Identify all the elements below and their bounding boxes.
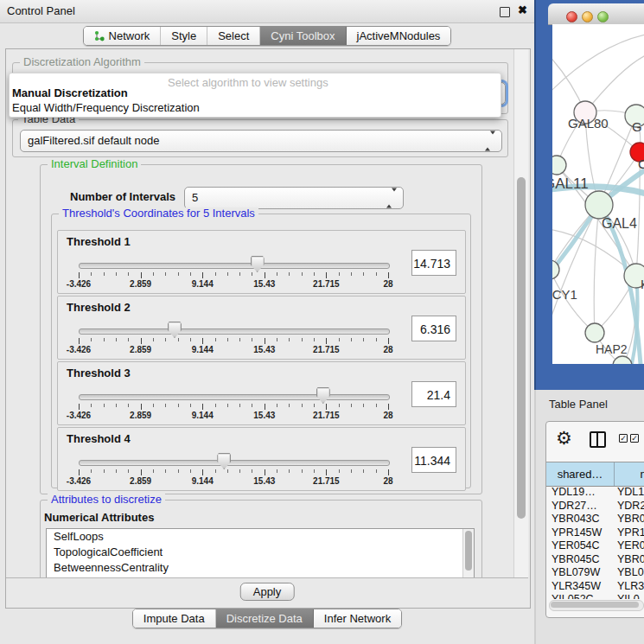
close-traffic-light-icon[interactable] <box>566 11 577 22</box>
algorithm-option-manual-discretization[interactable]: Manual Discretization <box>12 86 128 99</box>
slider-thumb[interactable] <box>168 322 182 338</box>
tab-label: Discretize Data <box>226 612 303 625</box>
cell-shared-name: YLR345W <box>552 580 601 592</box>
attribute-item-betweennesscentrality[interactable]: BetweennessCentrality <box>47 560 474 576</box>
tab-label: Infer Network <box>324 612 391 625</box>
network-node[interactable] <box>585 323 604 342</box>
slider-track[interactable] <box>79 263 390 269</box>
tab-discretize-data[interactable]: Discretize Data <box>216 609 314 628</box>
cell-shared-name: YIL052C <box>552 593 594 599</box>
table-row[interactable]: YDL19…YDL1 <box>546 486 644 500</box>
table-row[interactable]: YER054CYER0 <box>546 539 644 553</box>
num-intervals-value: 5 <box>192 191 198 204</box>
slider-ticks <box>79 338 388 345</box>
algorithm-group-title: Discretization Algorithm <box>20 56 144 68</box>
slider-thumb[interactable] <box>217 453 231 469</box>
tab-style[interactable]: Style <box>161 27 207 45</box>
cell-shared-name: YBR043C <box>552 513 600 525</box>
list-scrollbar-thumb[interactable] <box>465 531 472 571</box>
cell-name: YDR2 <box>617 500 644 512</box>
cell-name: YBR0 <box>617 553 644 565</box>
apply-bar: Apply <box>6 577 528 607</box>
attributes-list[interactable]: SelfLoopsTopologicalCoefficientBetweenne… <box>46 528 475 577</box>
slider-track[interactable] <box>79 394 390 400</box>
threshold-label: Threshold 4 <box>67 432 131 445</box>
network-node[interactable] <box>552 156 566 175</box>
column-header-0[interactable]: shared… <box>546 462 615 486</box>
table-data-group: Table Data galFiltered.sif default node <box>12 119 508 157</box>
bottom-tab-bar: Impute DataDiscretize DataInfer Network <box>0 609 534 628</box>
float-window-icon[interactable] <box>500 7 510 17</box>
network-node-label: GCY1 <box>552 287 577 302</box>
panel-scrollbar[interactable] <box>513 49 528 577</box>
table-header-row: shared…n… <box>546 462 644 487</box>
table-data-combo[interactable]: galFiltered.sif default node <box>20 130 502 152</box>
network-node[interactable] <box>585 191 613 219</box>
network-window-titlebar[interactable] <box>548 3 644 25</box>
thresholds-group: Threshold's Coordinates for 5 Intervals … <box>51 214 471 488</box>
threshold-2-box: Threshold 2-3.4262.8599.14415.4321.71528… <box>57 296 466 360</box>
panel-scrollbar-thumb[interactable] <box>517 177 526 519</box>
tab-jactivemnodules[interactable]: jActiveMNodules <box>347 27 451 45</box>
threshold-1-box: Threshold 1-3.4262.8599.14415.4321.71528… <box>57 230 466 294</box>
tab-network[interactable]: Network <box>84 27 162 45</box>
list-scrollbar[interactable] <box>462 529 474 577</box>
slider-ticks <box>79 469 388 476</box>
table-row[interactable]: YBR043CYBR0 <box>546 513 644 526</box>
network-node[interactable] <box>613 356 632 364</box>
threshold-value-field[interactable]: 11.344 <box>411 447 456 473</box>
tab-infer-network[interactable]: Infer Network <box>314 609 401 628</box>
interval-definition-group: Interval Definition Number of Intervals … <box>40 164 482 494</box>
attribute-item-topologicalcoefficient[interactable]: TopologicalCoefficient <box>47 545 474 560</box>
network-node-label: G <box>632 119 642 134</box>
table-data-value: galFiltered.sif default node <box>28 134 159 147</box>
table-row[interactable]: YLR345WYLR3 <box>546 580 644 594</box>
top-tab-bar: NetworkStyleSelectCyni ToolboxjActiveMNo… <box>0 26 534 46</box>
table-row[interactable]: YDR27…YDR2 <box>546 500 644 513</box>
table-row[interactable]: YBL079WYBL0 <box>546 566 644 580</box>
right-panel: GAL80GCGAL11GAL4GCY1HHAP2 Table Panel ⚙ … <box>534 0 644 644</box>
tab-label: Network <box>109 29 150 42</box>
close-icon[interactable]: ✖ <box>518 3 527 16</box>
threshold-value-field[interactable]: 14.713 <box>411 250 456 276</box>
screen: Control Panel ✖ NetworkStyleSelectCyni T… <box>0 0 644 644</box>
tab-label: Impute Data <box>143 612 205 625</box>
slider-thumb[interactable] <box>251 256 265 272</box>
slider-ticks <box>79 404 388 411</box>
columns-icon[interactable] <box>590 431 606 448</box>
network-node-label: GAL11 <box>552 175 589 192</box>
gear-icon[interactable]: ⚙ <box>556 425 572 451</box>
checkbox-icon[interactable]: ✓ <box>630 434 639 443</box>
table-hscrollbar[interactable] <box>549 600 644 611</box>
attribute-item-selfloops[interactable]: SelfLoops <box>47 529 474 545</box>
table-row[interactable]: YIL052CYIL0 <box>546 593 644 599</box>
table-hscrollbar-thumb[interactable] <box>551 602 639 608</box>
checkbox-icon[interactable]: ✓ <box>619 434 628 443</box>
thresholds-title: Threshold's Coordinates for 5 Intervals <box>59 207 258 220</box>
node-table: ⚙ ✓ ✓ shared…n… YDL19…YDL1YDR27…YDR2YBR0… <box>545 421 644 618</box>
zoom-traffic-light-icon[interactable] <box>597 11 609 22</box>
network-canvas[interactable]: GAL80GCGAL11GAL4GCY1HHAP2 <box>552 24 644 364</box>
combo-spinner-icon <box>485 135 495 148</box>
tab-impute-data[interactable]: Impute Data <box>133 609 216 628</box>
tab-label: Select <box>218 29 249 42</box>
minimize-traffic-light-icon[interactable] <box>582 11 593 22</box>
column-header-1[interactable]: n… <box>615 462 644 486</box>
apply-button[interactable]: Apply <box>240 583 295 601</box>
cell-shared-name: YBL079W <box>552 566 600 578</box>
cell-shared-name: YPR145W <box>552 526 602 539</box>
threshold-value-field[interactable]: 6.316 <box>411 316 456 341</box>
table-row[interactable]: YPR145WYPR1 <box>546 526 644 540</box>
tab-select[interactable]: Select <box>207 27 260 45</box>
slider-track[interactable] <box>79 460 390 466</box>
attributes-title: Attributes to discretize <box>48 494 165 506</box>
tab-cyni-toolbox[interactable]: Cyni Toolbox <box>260 27 346 45</box>
control-panel-titlebar[interactable]: Control Panel ✖ <box>0 0 534 23</box>
threshold-value-field[interactable]: 21.4 <box>411 381 456 407</box>
table-row[interactable]: YBR045CYBR0 <box>546 553 644 567</box>
algorithm-option-equal-width-frequency-discretization[interactable]: Equal Width/Frequency Discretization <box>12 101 200 114</box>
tab-label: Style <box>171 29 196 42</box>
threshold-4-box: Threshold 4-3.4262.8599.14415.4321.71528… <box>57 427 466 491</box>
slider-track[interactable] <box>79 328 390 335</box>
slider-thumb[interactable] <box>316 387 330 404</box>
